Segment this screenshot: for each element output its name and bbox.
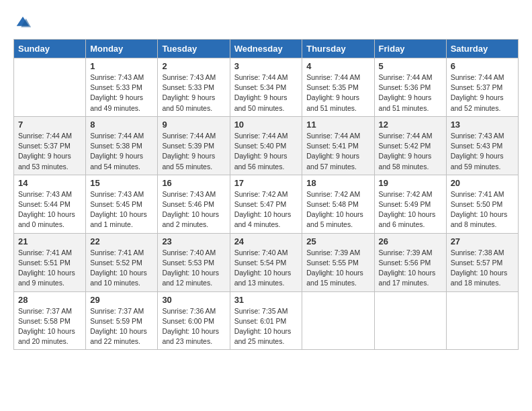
day-info: Sunrise: 7:36 AM Sunset: 6:00 PM Dayligh… — [162, 306, 225, 347]
day-info: Sunrise: 7:44 AM Sunset: 5:42 PM Dayligh… — [379, 131, 442, 172]
header-thursday: Thursday — [302, 40, 374, 58]
day-info: Sunrise: 7:44 AM Sunset: 5:39 PM Dayligh… — [162, 131, 225, 172]
day-cell — [14, 58, 86, 117]
logo-icon — [13, 13, 32, 32]
day-number: 11 — [306, 120, 369, 130]
day-number: 1 — [90, 61, 153, 71]
day-cell: 10Sunrise: 7:44 AM Sunset: 5:40 PM Dayli… — [230, 116, 302, 175]
day-number: 8 — [90, 120, 153, 130]
day-number: 18 — [306, 178, 369, 188]
day-number: 19 — [379, 178, 442, 188]
logo — [13, 13, 35, 32]
day-info: Sunrise: 7:43 AM Sunset: 5:46 PM Dayligh… — [162, 189, 225, 230]
day-info: Sunrise: 7:42 AM Sunset: 5:48 PM Dayligh… — [306, 189, 369, 230]
day-cell: 5Sunrise: 7:44 AM Sunset: 5:36 PM Daylig… — [374, 58, 446, 117]
day-cell: 16Sunrise: 7:43 AM Sunset: 5:46 PM Dayli… — [158, 175, 230, 233]
day-info: Sunrise: 7:39 AM Sunset: 5:55 PM Dayligh… — [306, 248, 369, 289]
header-saturday: Saturday — [446, 40, 518, 58]
day-cell — [374, 291, 446, 350]
day-number: 12 — [379, 120, 442, 130]
day-cell — [446, 291, 518, 350]
day-info: Sunrise: 7:42 AM Sunset: 5:47 PM Dayligh… — [234, 189, 298, 230]
day-info: Sunrise: 7:44 AM Sunset: 5:38 PM Dayligh… — [90, 131, 153, 172]
day-cell: 30Sunrise: 7:36 AM Sunset: 6:00 PM Dayli… — [158, 291, 230, 350]
header-wednesday: Wednesday — [230, 40, 302, 58]
day-info: Sunrise: 7:44 AM Sunset: 5:36 PM Dayligh… — [379, 73, 442, 113]
week-row-3: 21Sunrise: 7:41 AM Sunset: 5:51 PM Dayli… — [14, 233, 519, 291]
day-cell: 9Sunrise: 7:44 AM Sunset: 5:39 PM Daylig… — [158, 116, 230, 175]
week-row-0: 1Sunrise: 7:43 AM Sunset: 5:33 PM Daylig… — [14, 58, 519, 117]
header-sunday: Sunday — [14, 40, 86, 58]
header — [13, 13, 519, 32]
day-number: 25 — [306, 236, 369, 246]
day-cell: 8Sunrise: 7:44 AM Sunset: 5:38 PM Daylig… — [86, 116, 158, 175]
day-number: 22 — [90, 236, 153, 246]
day-number: 6 — [451, 61, 514, 71]
day-number: 20 — [451, 178, 514, 188]
day-number: 24 — [234, 236, 298, 246]
day-number: 14 — [18, 178, 81, 188]
day-number: 28 — [18, 295, 81, 305]
header-monday: Monday — [86, 40, 158, 58]
day-info: Sunrise: 7:44 AM Sunset: 5:37 PM Dayligh… — [18, 131, 81, 172]
day-info: Sunrise: 7:39 AM Sunset: 5:56 PM Dayligh… — [379, 248, 442, 289]
day-cell: 19Sunrise: 7:42 AM Sunset: 5:49 PM Dayli… — [374, 175, 446, 233]
day-cell: 21Sunrise: 7:41 AM Sunset: 5:51 PM Dayli… — [14, 233, 86, 291]
day-cell: 7Sunrise: 7:44 AM Sunset: 5:37 PM Daylig… — [14, 116, 86, 175]
week-row-1: 7Sunrise: 7:44 AM Sunset: 5:37 PM Daylig… — [14, 116, 519, 175]
day-number: 13 — [451, 120, 514, 130]
day-info: Sunrise: 7:44 AM Sunset: 5:37 PM Dayligh… — [451, 73, 514, 113]
day-info: Sunrise: 7:37 AM Sunset: 5:58 PM Dayligh… — [18, 306, 81, 347]
day-info: Sunrise: 7:40 AM Sunset: 5:53 PM Dayligh… — [162, 248, 225, 289]
day-number: 30 — [162, 295, 225, 305]
week-row-2: 14Sunrise: 7:43 AM Sunset: 5:44 PM Dayli… — [14, 175, 519, 233]
day-info: Sunrise: 7:38 AM Sunset: 5:57 PM Dayligh… — [451, 248, 514, 289]
day-cell: 26Sunrise: 7:39 AM Sunset: 5:56 PM Dayli… — [374, 233, 446, 291]
day-info: Sunrise: 7:43 AM Sunset: 5:33 PM Dayligh… — [90, 73, 153, 113]
day-number: 31 — [234, 295, 298, 305]
day-cell: 13Sunrise: 7:43 AM Sunset: 5:43 PM Dayli… — [446, 116, 518, 175]
day-cell: 6Sunrise: 7:44 AM Sunset: 5:37 PM Daylig… — [446, 58, 518, 117]
day-info: Sunrise: 7:40 AM Sunset: 5:54 PM Dayligh… — [234, 248, 298, 289]
page-container: SundayMondayTuesdayWednesdayThursdayFrid… — [13, 13, 519, 350]
day-info: Sunrise: 7:41 AM Sunset: 5:51 PM Dayligh… — [18, 248, 81, 289]
day-cell: 12Sunrise: 7:44 AM Sunset: 5:42 PM Dayli… — [374, 116, 446, 175]
day-number: 4 — [306, 61, 369, 71]
day-number: 9 — [162, 120, 225, 130]
day-cell: 11Sunrise: 7:44 AM Sunset: 5:41 PM Dayli… — [302, 116, 374, 175]
day-cell: 31Sunrise: 7:35 AM Sunset: 6:01 PM Dayli… — [230, 291, 302, 350]
day-info: Sunrise: 7:43 AM Sunset: 5:44 PM Dayligh… — [18, 189, 81, 230]
day-number: 26 — [379, 236, 442, 246]
day-number: 17 — [234, 178, 298, 188]
day-number: 15 — [90, 178, 153, 188]
day-number: 7 — [18, 120, 81, 130]
day-cell: 14Sunrise: 7:43 AM Sunset: 5:44 PM Dayli… — [14, 175, 86, 233]
day-cell: 22Sunrise: 7:41 AM Sunset: 5:52 PM Dayli… — [86, 233, 158, 291]
day-cell: 27Sunrise: 7:38 AM Sunset: 5:57 PM Dayli… — [446, 233, 518, 291]
day-number: 3 — [234, 61, 298, 71]
day-number: 10 — [234, 120, 298, 130]
day-info: Sunrise: 7:37 AM Sunset: 5:59 PM Dayligh… — [90, 306, 153, 347]
day-info: Sunrise: 7:44 AM Sunset: 5:41 PM Dayligh… — [306, 131, 369, 172]
calendar-table: SundayMondayTuesdayWednesdayThursdayFrid… — [13, 39, 519, 350]
day-number: 23 — [162, 236, 225, 246]
header-row: SundayMondayTuesdayWednesdayThursdayFrid… — [14, 40, 519, 58]
day-cell: 15Sunrise: 7:43 AM Sunset: 5:45 PM Dayli… — [86, 175, 158, 233]
header-friday: Friday — [374, 40, 446, 58]
day-cell: 25Sunrise: 7:39 AM Sunset: 5:55 PM Dayli… — [302, 233, 374, 291]
day-number: 27 — [451, 236, 514, 246]
day-info: Sunrise: 7:43 AM Sunset: 5:33 PM Dayligh… — [162, 73, 225, 113]
day-info: Sunrise: 7:43 AM Sunset: 5:45 PM Dayligh… — [90, 189, 153, 230]
day-info: Sunrise: 7:44 AM Sunset: 5:34 PM Dayligh… — [234, 73, 298, 113]
day-number: 5 — [379, 61, 442, 71]
day-info: Sunrise: 7:42 AM Sunset: 5:49 PM Dayligh… — [379, 189, 442, 230]
day-cell — [302, 291, 374, 350]
day-info: Sunrise: 7:41 AM Sunset: 5:52 PM Dayligh… — [90, 248, 153, 289]
day-cell: 1Sunrise: 7:43 AM Sunset: 5:33 PM Daylig… — [86, 58, 158, 117]
day-cell: 18Sunrise: 7:42 AM Sunset: 5:48 PM Dayli… — [302, 175, 374, 233]
day-cell: 2Sunrise: 7:43 AM Sunset: 5:33 PM Daylig… — [158, 58, 230, 117]
day-number: 2 — [162, 61, 225, 71]
week-row-4: 28Sunrise: 7:37 AM Sunset: 5:58 PM Dayli… — [14, 291, 519, 350]
day-info: Sunrise: 7:41 AM Sunset: 5:50 PM Dayligh… — [451, 189, 514, 230]
day-cell: 29Sunrise: 7:37 AM Sunset: 5:59 PM Dayli… — [86, 291, 158, 350]
